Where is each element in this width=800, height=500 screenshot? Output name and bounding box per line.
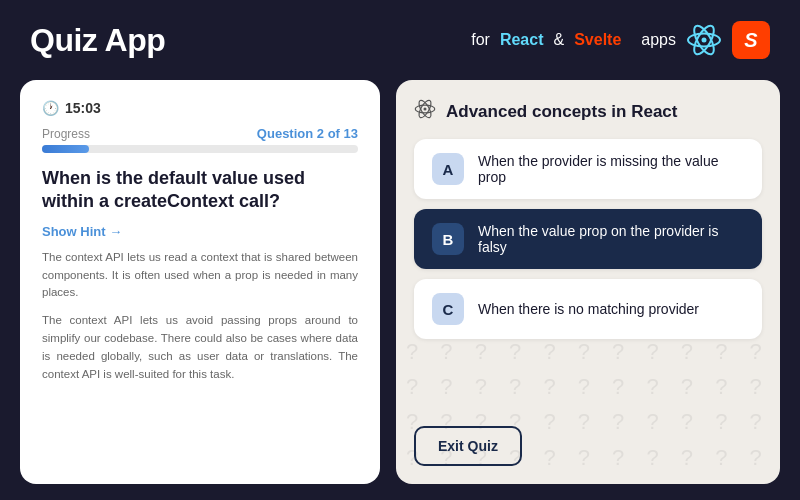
question-text: When is the default value used within a … <box>42 167 358 214</box>
option-letter-c: C <box>432 293 464 325</box>
exit-quiz-button[interactable]: Exit Quiz <box>414 426 522 466</box>
hint-paragraph-1: The context API lets us read a context t… <box>42 249 358 302</box>
svelte-icon: S <box>732 21 770 59</box>
left-panel: 🕐 15:03 Progress Question 2 of 13 When i… <box>20 80 380 484</box>
section-header: Advanced concepts in React <box>414 98 762 125</box>
header-subtitle: for React & Svelte apps S <box>471 21 770 59</box>
option-text-c: When there is no matching provider <box>478 301 699 317</box>
section-title: Advanced concepts in React <box>446 102 677 122</box>
section-icon <box>414 98 436 125</box>
show-hint-button[interactable]: Show Hint → <box>42 224 358 239</box>
react-label: React <box>500 31 544 49</box>
main-content: 🕐 15:03 Progress Question 2 of 13 When i… <box>0 80 800 500</box>
option-text-a: When the provider is missing the value p… <box>478 153 744 185</box>
progress-bar-background <box>42 145 358 153</box>
clock-icon: 🕐 <box>42 100 59 116</box>
progress-bar-fill <box>42 145 89 153</box>
subtitle-suffix: apps <box>641 31 676 49</box>
right-panel: ? ? ? ? ? ? ? ? ? ? ? ? ? ? ? ? ? ? ? ? … <box>396 80 780 484</box>
hint-paragraph-2: The context API lets us avoid passing pr… <box>42 312 358 383</box>
option-text-b: When the value prop on the provider is f… <box>478 223 744 255</box>
answer-option-c[interactable]: C When there is no matching provider <box>414 279 762 339</box>
answer-option-a[interactable]: A When the provider is missing the value… <box>414 139 762 199</box>
progress-row: Progress Question 2 of 13 <box>42 126 358 153</box>
app-header: Quiz App for React & Svelte apps S <box>0 0 800 80</box>
app-title: Quiz App <box>30 22 165 59</box>
question-count: Question 2 of 13 <box>257 126 358 141</box>
option-letter-a: A <box>432 153 464 185</box>
subtitle-prefix: for <box>471 31 490 49</box>
timer-row: 🕐 15:03 <box>42 100 358 116</box>
ampersand: & <box>553 31 564 49</box>
answer-option-b[interactable]: B When the value prop on the provider is… <box>414 209 762 269</box>
svelte-label: Svelte <box>574 31 621 49</box>
progress-label: Progress <box>42 127 90 141</box>
option-letter-b: B <box>432 223 464 255</box>
svg-point-7 <box>423 107 426 110</box>
svg-point-3 <box>702 38 707 43</box>
react-icon <box>686 22 722 58</box>
timer-value: 15:03 <box>65 100 101 116</box>
